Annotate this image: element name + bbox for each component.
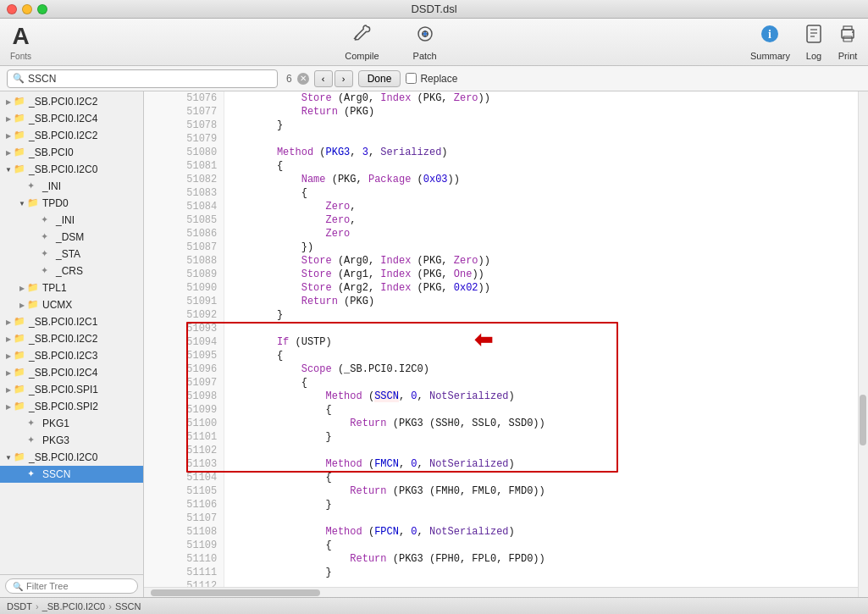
line-number: 51091 xyxy=(144,295,224,308)
tree-item-ini1[interactable]: ▶ ✦ _INI xyxy=(0,178,143,195)
summary-button[interactable]: i Summary xyxy=(750,24,790,61)
table-row: 51110 Return (PKG3 (FPH0, FPL0, FPD0)) xyxy=(144,552,858,566)
search-prev-button[interactable]: ‹ xyxy=(314,70,333,87)
tree-item-label: _STA xyxy=(56,248,80,260)
table-row: 51094 If (USTP) xyxy=(144,335,858,349)
compile-button[interactable]: Compile xyxy=(338,20,385,64)
filter-box: 🔍 xyxy=(0,574,143,597)
tree-item-ini2[interactable]: ▶ ✦ _INI xyxy=(0,212,143,229)
font-tool[interactable]: A Fonts xyxy=(10,23,31,61)
code-area[interactable]: 51076 Store (Arg0, Index (PKG, Zero)) 51… xyxy=(144,91,858,597)
line-code: Store (Arg0, Index (PKG, Zero)) xyxy=(224,254,858,268)
tree-item-dsm[interactable]: ▶ ✦ _DSM xyxy=(0,229,143,246)
minimize-button[interactable] xyxy=(22,4,32,14)
tree-item-sscn[interactable]: ▶ ✦ SSCN xyxy=(0,466,143,483)
line-code: Return (PKG) xyxy=(224,295,858,308)
line-number: 51089 xyxy=(144,268,224,281)
tree-item-pci0i2c3[interactable]: ▶ 📁 _SB.PCI0.I2C3 xyxy=(0,347,143,364)
line-code: } xyxy=(224,308,858,322)
tree-collapse-icon: ▶ xyxy=(3,318,14,326)
tree-item-pci0[interactable]: ▶ 📁 _SB.PCI0 xyxy=(0,144,143,161)
table-row: 51108 Method (FPCN, 0, NotSerialized) xyxy=(144,525,858,539)
line-code: Store (Arg1, Index (PKG, One)) xyxy=(224,268,858,281)
search-clear-button[interactable]: ✕ xyxy=(297,73,309,85)
tree-collapse-icon: ▶ xyxy=(3,386,14,394)
tree-area[interactable]: ▶ 📁 _SB.PCI0.I2C2 ▶ 📁 _SB.PCI0.I2C4 ▶ 📁 … xyxy=(0,91,143,574)
line-code: { xyxy=(224,539,858,552)
tree-item-label: _CRS xyxy=(56,265,83,277)
line-code: Return (PKG3 (FMH0, FML0, FMD0)) xyxy=(224,484,858,498)
tree-collapse-icon: ▶ xyxy=(3,352,14,360)
breadcrumb-sscn: SSCN xyxy=(115,601,141,611)
toolbar-center: Compile Patch xyxy=(45,20,737,64)
log-button[interactable]: Log xyxy=(804,24,824,61)
tree-item-label: _SB.PCI0.I2C2 xyxy=(29,96,97,108)
patch-button[interactable]: Patch xyxy=(406,20,444,64)
horizontal-scrollbar[interactable] xyxy=(144,587,858,597)
table-row: 51090 Store (Arg2, Index (PKG, 0x02)) xyxy=(144,281,858,295)
tree-item-tpl1[interactable]: ▶ 📁 TPL1 xyxy=(0,279,143,296)
tree-item-sta[interactable]: ▶ ✦ _STA xyxy=(0,246,143,263)
tree-item-pci0i2c0-2[interactable]: ▼ 📁 _SB.PCI0.I2C0 xyxy=(0,449,143,466)
tree-item-pci0i2c2-1[interactable]: ▶ 📁 _SB.PCI0.I2C2 xyxy=(0,93,143,110)
print-button[interactable]: Print xyxy=(838,24,858,61)
code-table: 51076 Store (Arg0, Index (PKG, Zero)) 51… xyxy=(144,91,858,597)
table-row: 51109 { xyxy=(144,539,858,552)
tree-item-pci0i2c2-3[interactable]: ▶ 📁 _SB.PCI0.I2C2 xyxy=(0,330,143,347)
done-button[interactable]: Done xyxy=(358,70,401,87)
tree-item-pci0spi2[interactable]: ▶ 📁 _SB.PCI0.SPI2 xyxy=(0,398,143,415)
tree-item-pkg3[interactable]: ▶ ✦ PKG3 xyxy=(0,432,143,449)
line-number: 51111 xyxy=(144,566,224,579)
tree-item-pkg1[interactable]: ▶ ✦ PKG1 xyxy=(0,415,143,432)
log-label: Log xyxy=(806,51,821,61)
filter-input-wrapper[interactable]: 🔍 xyxy=(5,578,138,594)
tree-collapse-icon: ▶ xyxy=(3,369,14,377)
sidebar: ▶ 📁 _SB.PCI0.I2C2 ▶ 📁 _SB.PCI0.I2C4 ▶ 📁 … xyxy=(0,91,144,597)
tree-collapse-icon: ▼ xyxy=(3,454,14,462)
traffic-lights[interactable] xyxy=(7,4,47,14)
line-code xyxy=(224,444,858,457)
tree-collapse-icon: ▶ xyxy=(3,115,14,123)
tree-collapse-icon: ▼ xyxy=(3,166,14,174)
tree-item-ucmx[interactable]: ▶ 📁 UCMX xyxy=(0,296,143,313)
search-bar: 🔍 6 ✕ ‹ › Done Replace xyxy=(0,66,868,91)
table-row: 51104 { xyxy=(144,471,858,484)
close-button[interactable] xyxy=(7,4,17,14)
replace-checkbox-wrapper[interactable]: Replace xyxy=(406,73,457,85)
tree-item-tpd0[interactable]: ▼ 📁 TPD0 xyxy=(0,195,143,212)
search-next-button[interactable]: › xyxy=(334,70,353,87)
tree-item-pci0i2c1[interactable]: ▶ 📁 _SB.PCI0.I2C1 xyxy=(0,313,143,330)
search-input-wrapper[interactable]: 🔍 xyxy=(7,69,278,88)
line-code: Method (FPCN, 0, NotSerialized) xyxy=(224,525,858,539)
table-row: 51096 Scope (_SB.PCI0.I2C0) xyxy=(144,362,858,376)
line-number: 51093 xyxy=(144,322,224,335)
table-row: 51081 { xyxy=(144,159,858,173)
tree-item-crs[interactable]: ▶ ✦ _CRS xyxy=(0,263,143,279)
maximize-button[interactable] xyxy=(37,4,47,14)
folder-icon: 📁 xyxy=(14,163,27,175)
tree-item-pci0spi1[interactable]: ▶ 📁 _SB.PCI0.SPI1 xyxy=(0,381,143,398)
line-number: 51102 xyxy=(144,444,224,457)
table-row: 51086 Zero xyxy=(144,227,858,241)
line-number: 51076 xyxy=(144,91,224,105)
scroll-thumb-horizontal[interactable] xyxy=(151,589,320,596)
tree-item-pci0i2c4-2[interactable]: ▶ 📁 _SB.PCI0.I2C4 xyxy=(0,364,143,381)
summary-label: Summary xyxy=(750,51,790,61)
scroll-thumb-vertical[interactable] xyxy=(860,395,866,445)
folder-icon: 📁 xyxy=(14,130,27,141)
tree-item-pci0i2c0[interactable]: ▼ 📁 _SB.PCI0.I2C0 xyxy=(0,161,143,178)
breadcrumb-sep-2: › xyxy=(108,601,112,611)
patch-label: Patch xyxy=(413,51,437,61)
tree-item-pci0i2c2-2[interactable]: ▶ 📁 _SB.PCI0.I2C2 xyxy=(0,127,143,144)
search-input[interactable] xyxy=(28,73,272,85)
replace-checkbox[interactable] xyxy=(406,73,417,84)
filter-input[interactable] xyxy=(26,581,130,591)
replace-label: Replace xyxy=(420,73,457,85)
line-code: Zero xyxy=(224,227,858,241)
search-count: 6 xyxy=(286,73,292,85)
vertical-scrollbar[interactable] xyxy=(858,91,868,597)
line-code: { xyxy=(224,376,858,390)
tree-item-pci0i2c4[interactable]: ▶ 📁 _SB.PCI0.I2C4 xyxy=(0,110,143,127)
line-number: 51099 xyxy=(144,403,224,417)
line-number: 51104 xyxy=(144,471,224,484)
